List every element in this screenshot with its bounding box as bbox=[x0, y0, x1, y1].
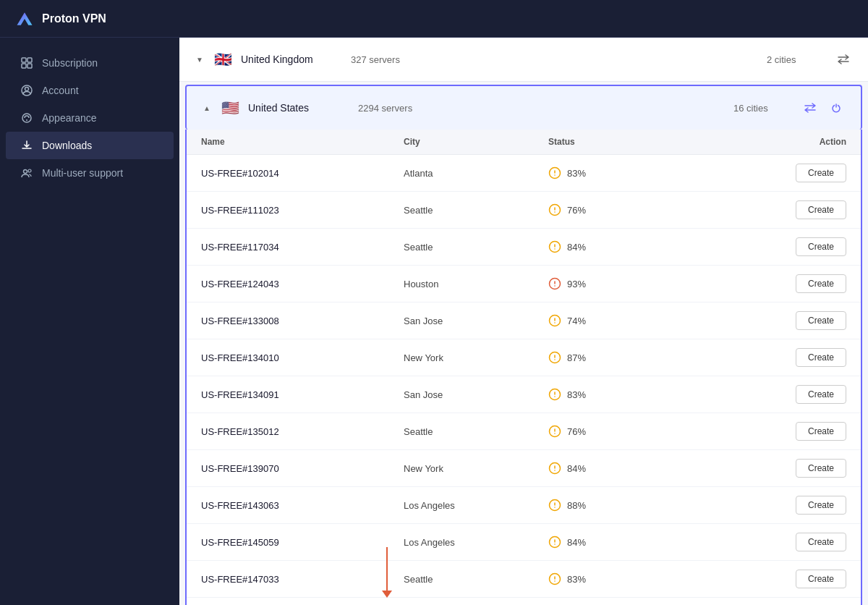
server-name: US-FREE#135012 bbox=[201, 426, 404, 437]
users-icon bbox=[20, 166, 33, 179]
status-icon bbox=[548, 166, 561, 179]
sidebar-label-multi-user: Multi-user support bbox=[42, 167, 123, 179]
status-icon bbox=[548, 277, 561, 290]
status-pct: 76% bbox=[567, 205, 586, 216]
sidebar-item-subscription[interactable]: Subscription bbox=[6, 49, 174, 77]
status-pct: 84% bbox=[567, 537, 586, 548]
status-icon bbox=[548, 388, 561, 401]
status-cell: 83% bbox=[548, 572, 760, 585]
sidebar-item-account[interactable]: Account bbox=[6, 77, 174, 104]
th-name: Name bbox=[201, 137, 404, 147]
create-button[interactable]: Create bbox=[796, 533, 846, 551]
svg-rect-1 bbox=[22, 58, 26, 62]
paint-icon bbox=[20, 111, 33, 124]
city-name: Houston bbox=[404, 279, 548, 289]
us-name: United States bbox=[248, 102, 349, 114]
city-name: Seattle bbox=[404, 205, 548, 216]
status-pct: 74% bbox=[567, 316, 586, 326]
svg-point-28 bbox=[554, 359, 556, 360]
create-button[interactable]: Create bbox=[796, 311, 846, 330]
create-button[interactable]: Create bbox=[796, 200, 846, 219]
chevron-up-icon[interactable]: ▲ bbox=[201, 102, 213, 114]
action-cell: Create bbox=[760, 422, 846, 441]
status-icon bbox=[548, 536, 561, 549]
create-button[interactable]: Create bbox=[796, 348, 846, 367]
status-cell: 84% bbox=[548, 462, 760, 475]
svg-point-19 bbox=[554, 248, 556, 250]
server-name: US-FREE#143063 bbox=[201, 500, 404, 511]
sidebar-item-multi-user[interactable]: Multi-user support bbox=[6, 159, 174, 187]
table-row: US-FREE#145059 Los Angeles 84% Create bbox=[187, 524, 861, 561]
status-cell: 84% bbox=[548, 536, 760, 549]
country-row-us[interactable]: ▲ 🇺🇸 United States 2294 servers 16 citie… bbox=[185, 85, 862, 130]
svg-point-10 bbox=[28, 169, 31, 172]
uk-servers: 327 servers bbox=[351, 54, 758, 65]
uk-flag: 🇬🇧 bbox=[214, 51, 232, 68]
table-row: US-FREE#135012 Seattle 76% Create bbox=[187, 413, 861, 450]
server-name: US-FREE#133008 bbox=[201, 316, 404, 326]
chevron-down-icon[interactable]: ▼ bbox=[194, 54, 205, 65]
action-cell: Create bbox=[760, 570, 846, 588]
status-icon bbox=[548, 240, 561, 253]
server-name: US-FREE#111023 bbox=[201, 205, 404, 216]
status-pct: 83% bbox=[567, 168, 586, 179]
action-cell: Create bbox=[760, 533, 846, 551]
svg-point-31 bbox=[554, 396, 556, 397]
grid-icon bbox=[20, 56, 33, 69]
main-layout: Subscription Account Appea bbox=[0, 38, 868, 605]
status-cell: 87% bbox=[548, 351, 760, 364]
create-button[interactable]: Create bbox=[796, 164, 846, 182]
us-transfer-btn[interactable] bbox=[800, 98, 820, 118]
status-cell: 83% bbox=[548, 388, 760, 401]
status-icon bbox=[548, 425, 561, 438]
uk-actions bbox=[833, 49, 854, 69]
svg-point-46 bbox=[554, 580, 556, 582]
table-row: US-FREE#111023 Seattle 76% Create bbox=[187, 192, 861, 229]
svg-rect-3 bbox=[22, 64, 26, 68]
action-cell: Create bbox=[760, 200, 846, 219]
us-cities: 16 cities bbox=[733, 103, 791, 114]
us-actions bbox=[800, 98, 846, 118]
download-icon bbox=[20, 139, 33, 152]
city-name: San Jose bbox=[404, 316, 548, 326]
sidebar-item-appearance[interactable]: Appearance bbox=[6, 104, 174, 132]
action-cell: Create bbox=[760, 496, 846, 515]
status-pct: 84% bbox=[567, 463, 586, 474]
create-button[interactable]: Create bbox=[796, 237, 846, 256]
table-row: US-FREE#143063 Los Angeles 88% Create bbox=[187, 487, 861, 524]
action-cell: Create bbox=[760, 274, 846, 293]
create-button[interactable]: Create bbox=[796, 385, 846, 404]
svg-point-6 bbox=[25, 88, 29, 91]
user-circle-icon bbox=[20, 84, 33, 97]
action-cell: Create bbox=[760, 311, 846, 330]
city-name: Seattle bbox=[404, 242, 548, 253]
us-power-btn[interactable] bbox=[826, 98, 846, 118]
uk-transfer-btn[interactable] bbox=[833, 49, 854, 69]
status-icon bbox=[548, 572, 561, 585]
create-button[interactable]: Create bbox=[796, 274, 846, 293]
city-name: Seattle bbox=[404, 574, 548, 585]
city-name: Atlanta bbox=[404, 168, 548, 179]
table-row: US-FREE#139070 New York 84% Create bbox=[187, 450, 861, 487]
th-action: Action bbox=[760, 137, 846, 147]
create-button[interactable]: Create bbox=[796, 459, 846, 478]
svg-rect-2 bbox=[27, 58, 32, 62]
table-header: Name City Status Action bbox=[187, 130, 861, 155]
logo-text: Proton VPN bbox=[42, 12, 106, 25]
country-row-uk[interactable]: ▼ 🇬🇧 United Kingdom 327 servers 2 cities bbox=[179, 38, 868, 82]
create-button[interactable]: Create bbox=[796, 422, 846, 441]
action-cell: Create bbox=[760, 348, 846, 367]
table-row: US-FREE#134010 New York 87% Create bbox=[187, 339, 861, 376]
status-pct: 93% bbox=[567, 279, 586, 289]
status-pct: 83% bbox=[567, 574, 586, 585]
table-row: US-FREE#147033 Seattle 83% Create bbox=[187, 561, 861, 598]
proton-logo-icon bbox=[14, 9, 35, 29]
status-cell: 93% bbox=[548, 277, 760, 290]
status-pct: 84% bbox=[567, 242, 586, 253]
sidebar-item-downloads[interactable]: Downloads bbox=[6, 132, 174, 159]
status-cell: 76% bbox=[548, 203, 760, 216]
table-body: US-FREE#102014 Atlanta 83% Create US-FRE… bbox=[187, 155, 861, 605]
create-button[interactable]: Create bbox=[796, 570, 846, 588]
create-button[interactable]: Create bbox=[796, 496, 846, 515]
table-row: US-FREE#117034 Seattle 84% Create bbox=[187, 229, 861, 266]
